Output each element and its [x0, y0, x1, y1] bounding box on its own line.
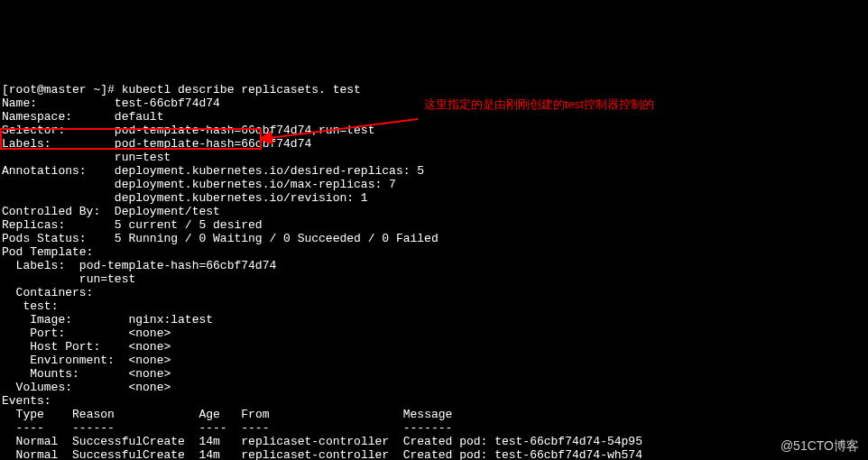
event-row: Normal SuccessfulCreate 14m replicaset-c…: [16, 448, 642, 460]
val-labels2: run=test: [115, 151, 171, 164]
tpl-hostport: <none>: [128, 340, 171, 354]
val-annot2: deployment.kubernetes.io/max-replicas: 7: [115, 178, 396, 191]
tpl-container-name: test: [23, 299, 51, 313]
tpl-mounts: <none>: [128, 367, 171, 381]
tpl-port: <none>: [128, 327, 171, 340]
tpl-labels-run: run=test: [79, 272, 135, 286]
tpl-volumes: <none>: [128, 381, 171, 394]
command: kubectl describe replicasets. test: [122, 83, 361, 97]
tpl-image: nginx:latest: [128, 313, 213, 327]
val-controlled-by: Deployment/test: [115, 205, 220, 218]
event-row: Normal SuccessfulCreate 14m replicaset-c…: [16, 435, 642, 448]
tpl-labels-hash: pod-template-hash=66cbf74d74: [79, 259, 276, 272]
annotation-text: 这里指定的是由刚刚创建的test控制器控制的: [424, 97, 654, 111]
val-annot1: deployment.kubernetes.io/desired-replica…: [115, 164, 424, 178]
val-selector: pod-template-hash=66cbf74d74,run=test: [115, 124, 375, 137]
tpl-env: <none>: [128, 354, 171, 367]
watermark: @51CTO博客: [780, 439, 859, 453]
events-header: Type Reason Age From Message: [16, 408, 453, 421]
val-namespace: default: [115, 110, 164, 124]
val-annot3: deployment.kubernetes.io/revision: 1: [115, 191, 368, 205]
terminal-output: [root@master ~]# kubectl describe replic…: [0, 68, 868, 460]
val-pods-status: 5 Running / 0 Waiting / 0 Succeeded / 0 …: [115, 232, 439, 245]
val-replicas: 5 current / 5 desired: [115, 218, 263, 232]
shell-prompt: [root@master ~]#: [2, 83, 122, 97]
val-name: test-66cbf74d74: [115, 97, 220, 110]
val-labels1: pod-template-hash=66cbf74d74: [115, 137, 311, 151]
